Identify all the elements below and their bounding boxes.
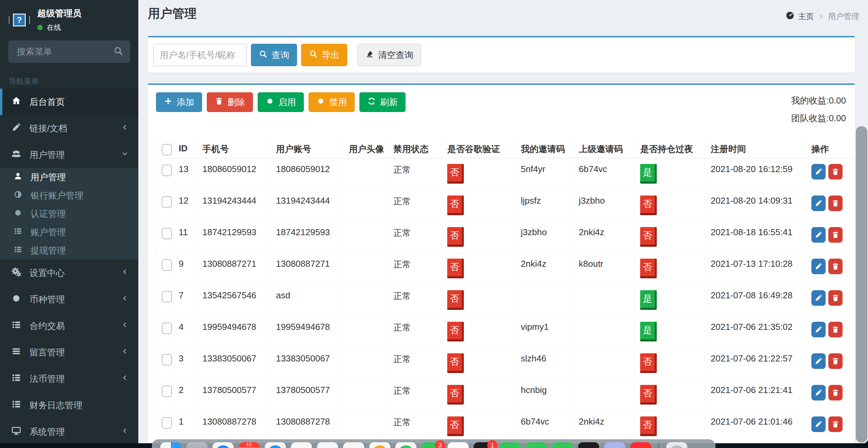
dock-icon-safari[interactable] bbox=[213, 442, 234, 448]
sidebar-subitem-withdraw-mgmt[interactable]: 提现管理 bbox=[0, 241, 138, 260]
breadcrumb-home[interactable]: 主页 bbox=[798, 11, 814, 22]
sidebar-item-fiat-mgmt[interactable]: 法币管理 bbox=[0, 366, 138, 392]
dock-icon-app-green-4[interactable] bbox=[552, 442, 573, 448]
dock-icon-app-lavender[interactable] bbox=[604, 442, 625, 448]
sidebar-subitem-user-mgmt[interactable]: 用户管理 bbox=[0, 168, 138, 186]
no-badge[interactable]: 否 bbox=[640, 353, 657, 373]
dock-icon-news[interactable] bbox=[666, 442, 687, 448]
dock-icon-app-black-2[interactable] bbox=[578, 442, 599, 448]
no-badge[interactable]: 否 bbox=[447, 259, 464, 278]
column-header: 禁用状态 bbox=[388, 139, 442, 158]
dock-icon-app-white-1[interactable] bbox=[291, 442, 312, 448]
no-badge[interactable]: 否 bbox=[447, 416, 464, 436]
edit-user-button[interactable] bbox=[811, 195, 826, 211]
sidebar-item-settings-center[interactable]: 设置中心 bbox=[0, 260, 138, 286]
dock-icon-wechat[interactable]: 3 bbox=[421, 442, 442, 448]
dock-icon-app-red[interactable] bbox=[630, 442, 651, 448]
row-checkbox[interactable] bbox=[162, 417, 172, 429]
row-checkbox[interactable] bbox=[162, 196, 172, 208]
dock-icon-mail[interactable] bbox=[265, 442, 286, 448]
no-badge[interactable]: 否 bbox=[447, 353, 464, 373]
delete-user-button[interactable] bbox=[828, 322, 843, 337]
sidebar-item-coin-mgmt[interactable]: 币种管理 bbox=[0, 286, 138, 313]
delete-user-button[interactable] bbox=[828, 227, 843, 243]
row-checkbox[interactable] bbox=[162, 291, 172, 302]
dock-icon-app-white-3[interactable] bbox=[343, 442, 364, 448]
sidebar-item-backend-home[interactable]: 后台首页 bbox=[0, 89, 138, 115]
edit-user-button[interactable] bbox=[811, 164, 826, 180]
no-badge[interactable]: 否 bbox=[447, 322, 464, 341]
delete-user-button[interactable] bbox=[828, 353, 843, 369]
no-badge[interactable]: 否 bbox=[640, 416, 657, 436]
edit-user-button[interactable] bbox=[811, 259, 826, 274]
refresh-button[interactable]: 刷新 bbox=[359, 92, 406, 112]
sidebar-subitem-bank-account-mgmt[interactable]: 银行账户管理 bbox=[0, 186, 138, 205]
edit-user-button[interactable] bbox=[811, 416, 826, 432]
dock-icon-app-green-2[interactable] bbox=[500, 442, 521, 448]
no-badge[interactable]: 否 bbox=[640, 195, 657, 215]
row-checkbox[interactable] bbox=[162, 386, 172, 397]
dock-icon-app-chart[interactable] bbox=[395, 442, 416, 448]
row-checkbox[interactable] bbox=[162, 165, 172, 176]
cell-avatar bbox=[343, 316, 388, 348]
edit-user-button[interactable] bbox=[811, 227, 826, 243]
edit-user-button[interactable] bbox=[811, 290, 826, 306]
edit-user-button[interactable] bbox=[811, 385, 826, 400]
export-button[interactable]: 导出 bbox=[301, 44, 347, 66]
disable-button[interactable]: 禁用 bbox=[309, 92, 355, 112]
sidebar-item-contract-trade[interactable]: 合约交易 bbox=[0, 313, 138, 339]
dock-icon-launchpad[interactable] bbox=[186, 442, 208, 448]
dock-icon-calendar[interactable]: 8月 bbox=[239, 442, 260, 448]
dock-icon-app-black[interactable]: 1 bbox=[474, 442, 495, 448]
clear-query-button[interactable]: 清空查询 bbox=[357, 44, 421, 66]
no-badge[interactable]: 否 bbox=[447, 227, 464, 247]
dock-icon-app-green-3[interactable] bbox=[526, 442, 547, 448]
sidebar-item-user-mgmt[interactable]: 用户管理 bbox=[0, 142, 138, 168]
dock-icon-app-white-2[interactable] bbox=[317, 442, 338, 448]
no-badge[interactable]: 否 bbox=[447, 290, 464, 310]
sidebar-item-message-mgmt[interactable]: 留言管理 bbox=[0, 339, 138, 366]
edit-user-button[interactable] bbox=[811, 353, 826, 369]
sidebar-item-links-docs[interactable]: 链接/文档 bbox=[0, 115, 138, 142]
sidebar-search-input[interactable] bbox=[8, 40, 130, 63]
dock-icon-finder[interactable] bbox=[160, 442, 181, 448]
no-badge[interactable]: 否 bbox=[447, 385, 464, 405]
sidebar-item-finance-log-mgmt[interactable]: 财务日志管理 bbox=[0, 392, 138, 418]
sidebar-subitem-account-mgmt[interactable]: 账户管理 bbox=[0, 223, 138, 241]
add-button[interactable]: 添加 bbox=[156, 92, 202, 112]
row-checkbox[interactable] bbox=[162, 228, 172, 239]
delete-button[interactable]: 删除 bbox=[207, 92, 253, 112]
select-all-checkbox[interactable] bbox=[162, 144, 172, 155]
dock-icon-app-egg[interactable] bbox=[448, 442, 469, 448]
yes-badge[interactable]: 是 bbox=[640, 322, 657, 341]
sidebar-subitem-auth-mgmt[interactable]: 认证管理 bbox=[0, 205, 138, 223]
row-checkbox[interactable] bbox=[162, 354, 172, 366]
no-badge[interactable]: 否 bbox=[447, 164, 464, 184]
scrollbar-thumb[interactable] bbox=[856, 126, 867, 443]
delete-user-button[interactable] bbox=[828, 385, 843, 400]
delete-user-button[interactable] bbox=[828, 195, 843, 211]
no-badge[interactable]: 否 bbox=[640, 259, 657, 278]
row-checkbox[interactable] bbox=[162, 259, 172, 271]
chevron-left-icon bbox=[121, 427, 129, 437]
delete-user-button[interactable] bbox=[828, 164, 843, 180]
query-button[interactable]: 查询 bbox=[251, 44, 297, 66]
dock-icon-app-orange[interactable] bbox=[369, 442, 390, 448]
sidebar-item-system-mgmt[interactable]: 系统管理 bbox=[0, 418, 138, 443]
no-badge[interactable]: 否 bbox=[447, 195, 464, 215]
cell-account: 13194243444 bbox=[271, 190, 343, 221]
yes-badge[interactable]: 是 bbox=[640, 290, 657, 310]
search-icon[interactable] bbox=[113, 46, 123, 57]
user-search-input[interactable] bbox=[153, 44, 247, 66]
enable-button[interactable]: 启用 bbox=[258, 92, 304, 112]
yes-badge[interactable]: 是 bbox=[640, 164, 657, 184]
menu-label: 后台首页 bbox=[29, 96, 65, 108]
edit-user-button[interactable] bbox=[811, 322, 826, 337]
no-badge[interactable]: 否 bbox=[640, 227, 657, 247]
delete-user-button[interactable] bbox=[828, 290, 843, 306]
delete-user-button[interactable] bbox=[828, 416, 843, 432]
row-checkbox[interactable] bbox=[162, 322, 172, 334]
delete-user-button[interactable] bbox=[828, 259, 843, 274]
no-badge[interactable]: 否 bbox=[640, 385, 657, 405]
cell-overnight: 否 bbox=[635, 221, 705, 253]
